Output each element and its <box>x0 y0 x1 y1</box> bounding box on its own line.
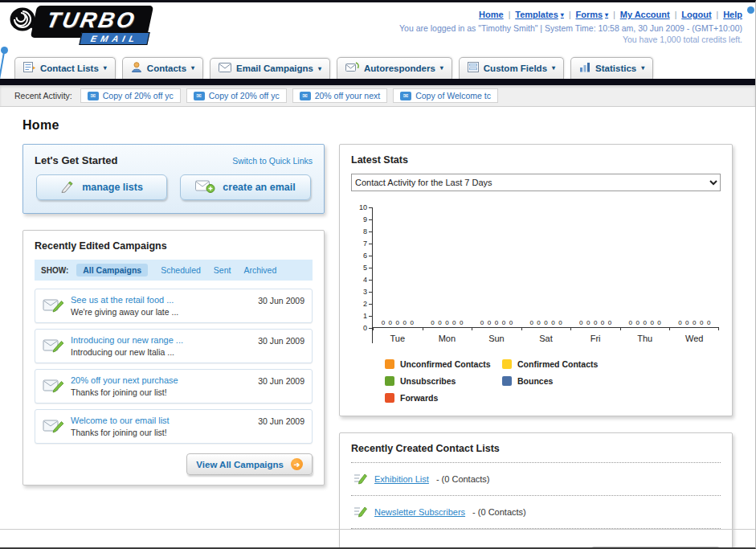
view-all-campaigns-button[interactable]: View All Campaigns ➔ <box>186 453 313 475</box>
value-label: 0 <box>460 319 463 326</box>
value-label: 0 <box>608 319 611 326</box>
page-title: Home <box>22 118 755 133</box>
right-column: Latest Stats Contact Activity for the La… <box>339 144 733 549</box>
campaign-date: 30 Jun 2009 <box>258 376 304 386</box>
chevron-down-icon: ▾ <box>552 64 555 72</box>
contact-list-count: - (0 Contacts) <box>436 474 490 484</box>
legend-confirmed-contacts: Confirmed Contacts <box>502 359 619 369</box>
app-logo[interactable]: TURBO EMAIL <box>10 6 150 38</box>
logo-swirl-icon <box>10 6 40 37</box>
legend-unsubscribes: Unsubscribes <box>385 376 502 386</box>
recent-activity-item[interactable]: ✉Copy of 20% off yc <box>80 88 181 103</box>
campaign-row[interactable]: Introducing our new range ... Introducin… <box>35 329 313 363</box>
value-label: 0 <box>445 319 448 326</box>
login-info: You are logged in as "Timothy Smith" | S… <box>399 23 742 33</box>
value-label: 0 <box>529 319 533 326</box>
campaign-title-link[interactable]: Introducing our new range ... <box>71 335 251 345</box>
top-link-forms[interactable]: Forms▾ <box>575 10 608 19</box>
campaign-title-link[interactable]: 20% off your next purchase <box>71 375 251 385</box>
contact-list-link[interactable]: Newsletter Subscribers <box>374 507 465 517</box>
autoresponders-icon <box>345 62 359 74</box>
main-nav-tab-autoresponders[interactable]: Autoresponders▾ <box>337 57 452 79</box>
top-link-help[interactable]: Help <box>723 10 742 19</box>
contact-list-row[interactable]: Newsletter Subscribers - (0 Contacts) <box>351 496 721 529</box>
email-icon: ✉ <box>194 92 205 100</box>
top-link-home[interactable]: Home <box>479 10 504 19</box>
chart-y-axis: 109876543210 <box>354 207 372 328</box>
manage-lists-button[interactable]: manage lists <box>36 174 167 200</box>
recent-activity-item[interactable]: ✉Copy of 20% off yc <box>186 88 287 103</box>
chevron-down-icon: ▾ <box>191 64 194 72</box>
campaign-subtitle: Thanks for joining our list! <box>71 428 251 437</box>
contact-lists-icon <box>23 62 35 74</box>
recent-activity-item[interactable]: ✉Copy of Welcome tc <box>393 88 498 103</box>
top-link-my-account[interactable]: My Account <box>620 10 670 19</box>
header: TURBO EMAIL Home|Templates▾|Forms▾|My Ac… <box>0 2 755 54</box>
get-started-title: Let's Get Started <box>35 154 118 166</box>
value-label: 0 <box>537 319 540 326</box>
email-icon: ✉ <box>300 92 311 100</box>
campaign-filter-tab-all-campaigns[interactable]: All Campaigns <box>76 264 148 277</box>
contact-list-row[interactable]: Exhibition List - (0 Contacts) <box>351 463 721 496</box>
campaign-filter-tab-scheduled[interactable]: Scheduled <box>161 265 201 275</box>
value-label: 0 <box>403 319 407 326</box>
legend-swatch <box>502 376 512 386</box>
x-axis-label: Sat <box>521 330 571 343</box>
main-nav-tab-custom-fields[interactable]: Custom Fields▾ <box>459 57 564 79</box>
main-nav-tab-email-campaigns[interactable]: Email Campaigns▾ <box>210 58 330 79</box>
campaign-filter-tab-sent[interactable]: Sent <box>214 265 231 275</box>
campaign-title-link[interactable]: See us at the retail food ... <box>71 295 251 305</box>
edit-campaign-icon <box>43 337 63 356</box>
decorative-dot-right <box>747 6 754 14</box>
custom-fields-icon <box>468 62 479 74</box>
create-an-email-button[interactable]: create an email <box>180 174 311 200</box>
recent-activity-items: ✉Copy of 20% off yc✉Copy of 20% off yc✉2… <box>80 88 498 103</box>
contact-lists-title: Recently Created Contact Lists <box>351 443 721 454</box>
contact-list-count: - (0 Contacts) <box>472 507 526 517</box>
campaign-filter-bar: SHOW: All CampaignsScheduledSentArchived <box>35 260 313 281</box>
link-separator: | <box>613 10 615 19</box>
legend-swatch <box>385 376 394 386</box>
chevron-down-icon: ▾ <box>641 64 644 72</box>
campaign-row[interactable]: Welcome to our email list Thanks for joi… <box>35 409 313 444</box>
campaign-row[interactable]: See us at the retail food ... We're givi… <box>35 289 313 323</box>
main-content: Home Let's Get Started Switch to Quick L… <box>0 107 755 549</box>
stats-range-select[interactable]: Contact Activity for the Last 7 Days <box>351 174 721 191</box>
main-nav-tab-contact-lists[interactable]: Contact Lists▾ <box>14 57 116 79</box>
chart-group-fri: 00000 Fri <box>570 207 620 343</box>
value-label: 0 <box>601 319 604 326</box>
value-label: 0 <box>509 319 513 326</box>
value-label: 0 <box>452 319 456 326</box>
x-axis-label: Mon <box>423 330 472 343</box>
value-label: 0 <box>389 319 392 326</box>
campaign-subtitle: We're giving away our late ... <box>71 307 251 317</box>
get-started-panel: Let's Get Started Switch to Quick Links … <box>22 144 325 214</box>
campaign-subtitle: Thanks for joining our list! <box>71 387 251 397</box>
campaign-row[interactable]: 20% off your next purchase Thanks for jo… <box>35 369 313 404</box>
value-label: 0 <box>396 319 399 326</box>
campaign-filter-tab-archived[interactable]: Archived <box>243 265 276 275</box>
nav-divider-bar <box>0 79 755 85</box>
chevron-down-icon: ▾ <box>104 64 107 72</box>
statistics-icon <box>579 62 590 74</box>
x-axis-label: Fri <box>570 330 620 343</box>
legend-swatch <box>502 359 512 369</box>
chevron-down-icon: ▾ <box>561 11 564 18</box>
value-label: 0 <box>480 319 484 326</box>
top-link-logout[interactable]: Logout <box>681 10 711 19</box>
recent-activity-item[interactable]: ✉20% off your next <box>292 88 388 103</box>
chart-group-thu: 00000 Thu <box>620 207 670 343</box>
link-separator: | <box>509 10 511 19</box>
contact-list-link[interactable]: Exhibition List <box>374 474 429 484</box>
x-axis-label: Tue <box>373 330 423 343</box>
recent-activity-label: Recent Activity: <box>14 91 72 100</box>
value-label: 0 <box>650 319 653 326</box>
switch-quick-links-link[interactable]: Switch to Quick Links <box>232 156 313 166</box>
chart-group-wed: 00000 Wed <box>669 207 719 343</box>
main-nav-tab-statistics[interactable]: Statistics▾ <box>570 57 653 79</box>
campaign-title-link[interactable]: Welcome to our email list <box>71 416 251 425</box>
value-label: 0 <box>382 319 385 326</box>
arrow-icon: ➔ <box>291 458 303 470</box>
top-link-templates[interactable]: Templates▾ <box>515 10 564 19</box>
main-nav-tab-contacts[interactable]: Contacts▾ <box>122 57 203 79</box>
